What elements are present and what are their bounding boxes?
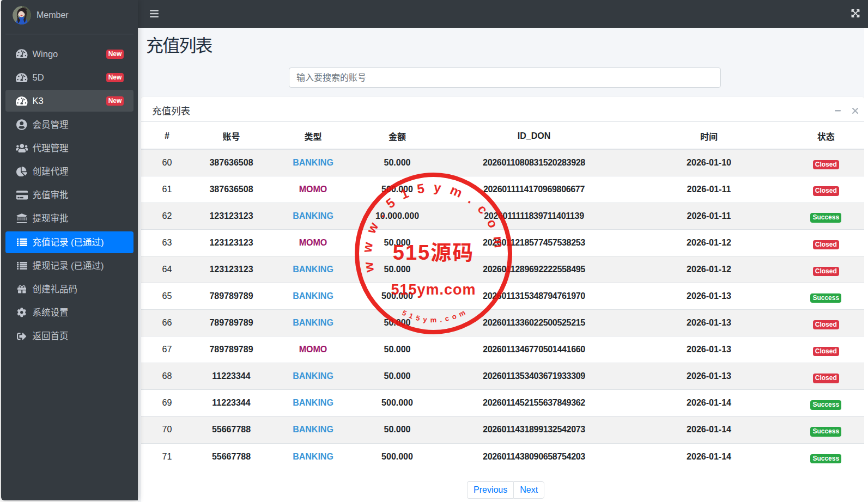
svg-text:515ym.com: 515ym.com (401, 307, 470, 324)
svg-text:515ym.com: 515ym.com (391, 281, 476, 298)
svg-text:515源码: 515源码 (393, 241, 474, 264)
